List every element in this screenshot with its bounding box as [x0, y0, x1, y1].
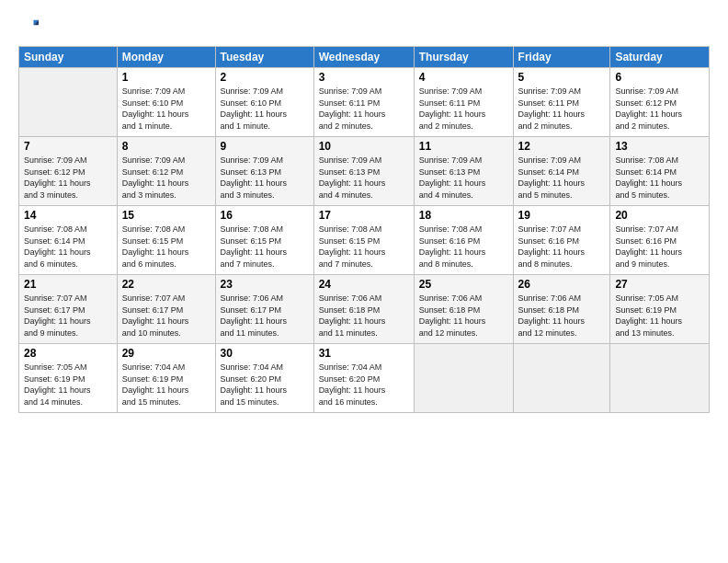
header-cell-friday: Friday: [513, 47, 610, 68]
day-info: Sunrise: 7:09 AM Sunset: 6:11 PM Dayligh…: [419, 86, 508, 132]
week-row-3: 14Sunrise: 7:08 AM Sunset: 6:14 PM Dayli…: [19, 206, 710, 275]
calendar-body: 1Sunrise: 7:09 AM Sunset: 6:10 PM Daylig…: [19, 68, 710, 413]
day-number: 24: [319, 278, 409, 291]
day-cell: 11Sunrise: 7:09 AM Sunset: 6:13 PM Dayli…: [414, 137, 513, 206]
day-info: Sunrise: 7:08 AM Sunset: 6:15 PM Dayligh…: [122, 224, 210, 270]
header-cell-wednesday: Wednesday: [313, 47, 414, 68]
day-number: 9: [221, 140, 309, 153]
day-number: 5: [518, 71, 606, 84]
day-cell: 18Sunrise: 7:08 AM Sunset: 6:16 PM Dayli…: [414, 206, 513, 275]
day-number: 31: [319, 347, 409, 360]
day-info: Sunrise: 7:04 AM Sunset: 6:20 PM Dayligh…: [319, 362, 409, 408]
header-cell-monday: Monday: [117, 47, 215, 68]
day-cell: [513, 344, 610, 413]
day-number: 18: [419, 209, 508, 222]
day-info: Sunrise: 7:07 AM Sunset: 6:16 PM Dayligh…: [615, 224, 704, 270]
day-info: Sunrise: 7:09 AM Sunset: 6:12 PM Dayligh…: [122, 155, 210, 201]
day-cell: 8Sunrise: 7:09 AM Sunset: 6:12 PM Daylig…: [117, 137, 215, 206]
day-number: 15: [122, 209, 210, 222]
day-info: Sunrise: 7:08 AM Sunset: 6:14 PM Dayligh…: [615, 155, 704, 201]
day-info: Sunrise: 7:08 AM Sunset: 6:14 PM Dayligh…: [24, 224, 112, 270]
day-number: 7: [24, 140, 112, 153]
header-cell-tuesday: Tuesday: [215, 47, 313, 68]
day-cell: 13Sunrise: 7:08 AM Sunset: 6:14 PM Dayli…: [610, 137, 710, 206]
day-number: 8: [122, 140, 210, 153]
day-info: Sunrise: 7:09 AM Sunset: 6:10 PM Dayligh…: [122, 86, 210, 132]
day-number: 30: [221, 347, 309, 360]
day-info: Sunrise: 7:05 AM Sunset: 6:19 PM Dayligh…: [24, 362, 112, 408]
day-cell: 10Sunrise: 7:09 AM Sunset: 6:13 PM Dayli…: [313, 137, 414, 206]
day-info: Sunrise: 7:09 AM Sunset: 6:11 PM Dayligh…: [518, 86, 606, 132]
header: [18, 17, 710, 37]
day-info: Sunrise: 7:09 AM Sunset: 6:13 PM Dayligh…: [221, 155, 309, 201]
week-row-4: 21Sunrise: 7:07 AM Sunset: 6:17 PM Dayli…: [19, 275, 710, 344]
day-info: Sunrise: 7:08 AM Sunset: 6:16 PM Dayligh…: [419, 224, 508, 270]
day-number: 23: [221, 278, 309, 291]
day-cell: 1Sunrise: 7:09 AM Sunset: 6:10 PM Daylig…: [117, 68, 215, 137]
day-number: 25: [419, 278, 508, 291]
day-number: 19: [518, 209, 606, 222]
day-info: Sunrise: 7:09 AM Sunset: 6:11 PM Dayligh…: [319, 86, 409, 132]
day-info: Sunrise: 7:09 AM Sunset: 6:12 PM Dayligh…: [615, 86, 704, 132]
day-info: Sunrise: 7:09 AM Sunset: 6:14 PM Dayligh…: [518, 155, 606, 201]
day-number: 1: [122, 71, 210, 84]
day-number: 14: [24, 209, 112, 222]
day-cell: 17Sunrise: 7:08 AM Sunset: 6:15 PM Dayli…: [313, 206, 414, 275]
calendar-table: SundayMondayTuesdayWednesdayThursdayFrid…: [18, 46, 710, 413]
calendar-page: SundayMondayTuesdayWednesdayThursdayFrid…: [0, 0, 728, 563]
day-number: 3: [319, 71, 409, 84]
header-row: SundayMondayTuesdayWednesdayThursdayFrid…: [19, 47, 710, 68]
day-info: Sunrise: 7:09 AM Sunset: 6:13 PM Dayligh…: [319, 155, 409, 201]
day-cell: [19, 68, 118, 137]
day-number: 11: [419, 140, 508, 153]
day-cell: 15Sunrise: 7:08 AM Sunset: 6:15 PM Dayli…: [117, 206, 215, 275]
day-cell: 7Sunrise: 7:09 AM Sunset: 6:12 PM Daylig…: [19, 137, 118, 206]
day-number: 13: [615, 140, 704, 153]
day-cell: 16Sunrise: 7:08 AM Sunset: 6:15 PM Dayli…: [215, 206, 313, 275]
header-cell-thursday: Thursday: [414, 47, 513, 68]
day-number: 21: [24, 278, 112, 291]
day-cell: 20Sunrise: 7:07 AM Sunset: 6:16 PM Dayli…: [610, 206, 710, 275]
day-info: Sunrise: 7:06 AM Sunset: 6:17 PM Dayligh…: [221, 293, 309, 339]
day-cell: 3Sunrise: 7:09 AM Sunset: 6:11 PM Daylig…: [313, 68, 414, 137]
day-cell: 22Sunrise: 7:07 AM Sunset: 6:17 PM Dayli…: [117, 275, 215, 344]
day-info: Sunrise: 7:04 AM Sunset: 6:19 PM Dayligh…: [122, 362, 210, 408]
day-info: Sunrise: 7:08 AM Sunset: 6:15 PM Dayligh…: [221, 224, 309, 270]
day-cell: 23Sunrise: 7:06 AM Sunset: 6:17 PM Dayli…: [215, 275, 313, 344]
day-number: 29: [122, 347, 210, 360]
day-info: Sunrise: 7:09 AM Sunset: 6:10 PM Dayligh…: [221, 86, 309, 132]
day-cell: 25Sunrise: 7:06 AM Sunset: 6:18 PM Dayli…: [414, 275, 513, 344]
day-cell: 31Sunrise: 7:04 AM Sunset: 6:20 PM Dayli…: [313, 344, 414, 413]
logo-icon: [18, 17, 39, 37]
day-info: Sunrise: 7:06 AM Sunset: 6:18 PM Dayligh…: [319, 293, 409, 339]
day-number: 17: [319, 209, 409, 222]
day-cell: 9Sunrise: 7:09 AM Sunset: 6:13 PM Daylig…: [215, 137, 313, 206]
day-number: 2: [221, 71, 309, 84]
day-info: Sunrise: 7:06 AM Sunset: 6:18 PM Dayligh…: [419, 293, 508, 339]
day-cell: 2Sunrise: 7:09 AM Sunset: 6:10 PM Daylig…: [215, 68, 313, 137]
day-cell: [610, 344, 710, 413]
day-info: Sunrise: 7:07 AM Sunset: 6:17 PM Dayligh…: [24, 293, 112, 339]
day-cell: 4Sunrise: 7:09 AM Sunset: 6:11 PM Daylig…: [414, 68, 513, 137]
day-info: Sunrise: 7:09 AM Sunset: 6:12 PM Dayligh…: [24, 155, 112, 201]
calendar-header: SundayMondayTuesdayWednesdayThursdayFrid…: [19, 47, 710, 68]
day-info: Sunrise: 7:07 AM Sunset: 6:16 PM Dayligh…: [518, 224, 606, 270]
day-number: 22: [122, 278, 210, 291]
day-cell: 30Sunrise: 7:04 AM Sunset: 6:20 PM Dayli…: [215, 344, 313, 413]
day-cell: 14Sunrise: 7:08 AM Sunset: 6:14 PM Dayli…: [19, 206, 118, 275]
week-row-2: 7Sunrise: 7:09 AM Sunset: 6:12 PM Daylig…: [19, 137, 710, 206]
day-info: Sunrise: 7:04 AM Sunset: 6:20 PM Dayligh…: [221, 362, 309, 408]
day-number: 4: [419, 71, 508, 84]
day-cell: 19Sunrise: 7:07 AM Sunset: 6:16 PM Dayli…: [513, 206, 610, 275]
day-info: Sunrise: 7:08 AM Sunset: 6:15 PM Dayligh…: [319, 224, 409, 270]
week-row-1: 1Sunrise: 7:09 AM Sunset: 6:10 PM Daylig…: [19, 68, 710, 137]
logo: [18, 17, 40, 37]
day-info: Sunrise: 7:05 AM Sunset: 6:19 PM Dayligh…: [615, 293, 704, 339]
day-cell: 12Sunrise: 7:09 AM Sunset: 6:14 PM Dayli…: [513, 137, 610, 206]
week-row-5: 28Sunrise: 7:05 AM Sunset: 6:19 PM Dayli…: [19, 344, 710, 413]
day-cell: 26Sunrise: 7:06 AM Sunset: 6:18 PM Dayli…: [513, 275, 610, 344]
day-cell: 29Sunrise: 7:04 AM Sunset: 6:19 PM Dayli…: [117, 344, 215, 413]
day-cell: [414, 344, 513, 413]
day-info: Sunrise: 7:07 AM Sunset: 6:17 PM Dayligh…: [122, 293, 210, 339]
header-cell-sunday: Sunday: [19, 47, 118, 68]
